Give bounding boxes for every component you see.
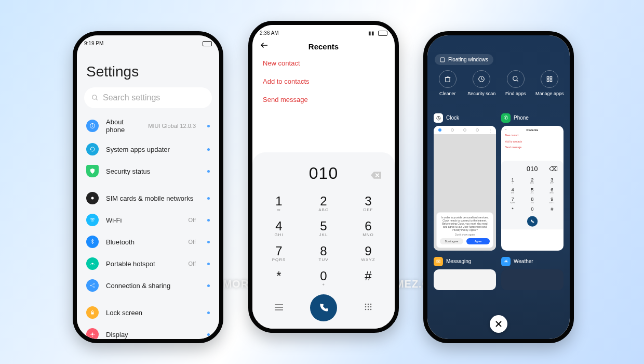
key-2[interactable]: 2ABC bbox=[301, 191, 346, 216]
tool-grid[interactable]: Manage apps bbox=[534, 70, 565, 97]
dialer-link-0[interactable]: New contact bbox=[501, 132, 564, 138]
key-2[interactable]: 2ABC bbox=[522, 176, 542, 186]
settings-list: About phone MIUI Global 12.0.3 System ap… bbox=[77, 113, 219, 339]
notification-dot bbox=[207, 284, 210, 287]
info-icon bbox=[86, 120, 99, 132]
svg-point-31 bbox=[368, 309, 369, 310]
settings-row-shield[interactable]: Security status bbox=[77, 160, 219, 182]
scan-icon bbox=[473, 70, 490, 88]
key-6[interactable]: 6MNO bbox=[542, 186, 562, 196]
menu-button[interactable] bbox=[257, 303, 301, 313]
recent-card-weather[interactable]: ☀ Weather bbox=[501, 257, 564, 290]
shield-icon bbox=[86, 165, 99, 177]
settings-row-lock[interactable]: Lock screen bbox=[77, 302, 219, 323]
phone-app-icon: ✆ bbox=[501, 113, 511, 123]
dialpad: 010 1∞2ABC3DEF4GHI5JKL6MNO7PQRS8TUV9WXYZ… bbox=[252, 152, 395, 329]
key-#[interactable]: # bbox=[542, 205, 562, 215]
phone-dialer: 2:36 AM ▮▮ Recents New contactAdd to con… bbox=[248, 21, 399, 333]
key-7[interactable]: 7PQRS bbox=[257, 241, 301, 266]
backspace-button[interactable] bbox=[371, 164, 381, 183]
bt-icon bbox=[86, 236, 99, 248]
key-0[interactable]: 0+ bbox=[301, 266, 346, 291]
key-1[interactable]: 1∞ bbox=[503, 176, 522, 186]
svg-rect-33 bbox=[440, 58, 445, 62]
dialer-link-0[interactable]: New contact bbox=[252, 54, 395, 72]
recent-card-clock[interactable]: ◷ Clock ⋮ In order to provide personalis… bbox=[434, 113, 496, 251]
search-input[interactable]: Search settings bbox=[84, 87, 212, 108]
key-4[interactable]: 4GHI bbox=[503, 186, 522, 196]
close-all-button[interactable] bbox=[490, 315, 507, 333]
svg-point-28 bbox=[368, 306, 369, 308]
key-9[interactable]: 9WXYZ bbox=[346, 241, 391, 266]
clock-agree-button[interactable]: Agree bbox=[466, 238, 490, 244]
svg-point-13 bbox=[91, 333, 93, 335]
search-icon bbox=[507, 70, 525, 88]
page-title: Settings bbox=[77, 48, 219, 87]
key-*[interactable]: * bbox=[257, 266, 301, 291]
svg-point-24 bbox=[365, 304, 367, 305]
wifi-icon bbox=[86, 214, 99, 226]
sun-icon bbox=[86, 328, 99, 339]
key-9[interactable]: 9WXYZ bbox=[542, 196, 562, 205]
key-3[interactable]: 3DEF bbox=[542, 176, 562, 186]
dialer-link-2[interactable]: Send message bbox=[501, 145, 564, 151]
svg-point-8 bbox=[93, 283, 95, 284]
notification-dot bbox=[207, 170, 210, 173]
status-bar: 2:36 AM ▮▮ bbox=[252, 25, 395, 37]
lock-icon bbox=[86, 306, 99, 319]
status-time: 2:36 AM bbox=[260, 30, 279, 36]
settings-row-sun[interactable]: Display bbox=[77, 323, 219, 339]
key-5[interactable]: 5JKL bbox=[301, 216, 346, 241]
svg-point-26 bbox=[370, 304, 372, 305]
recent-card-phone[interactable]: ✆ Phone ← Recents New contactAdd to cont… bbox=[501, 113, 564, 251]
settings-row-sim[interactable]: SIM cards & mobile networks bbox=[77, 187, 219, 209]
settings-row-share[interactable]: Connection & sharing bbox=[77, 275, 219, 296]
key-1[interactable]: 1∞ bbox=[257, 191, 301, 216]
svg-rect-12 bbox=[91, 313, 94, 315]
settings-row-refresh[interactable]: System apps updater bbox=[77, 138, 219, 160]
recent-card-messaging[interactable]: ✉ Messaging bbox=[434, 257, 496, 290]
svg-rect-42 bbox=[547, 76, 549, 79]
key-*[interactable]: * bbox=[503, 205, 522, 215]
dialed-number: 010 bbox=[309, 164, 338, 183]
svg-point-7 bbox=[90, 285, 91, 286]
svg-point-32 bbox=[370, 309, 372, 310]
dialer-link-2[interactable]: Send message bbox=[252, 90, 395, 109]
key-#[interactable]: # bbox=[346, 266, 391, 291]
key-4[interactable]: 4GHI bbox=[257, 216, 301, 241]
floating-windows-chip[interactable]: Floating windows bbox=[435, 54, 493, 65]
call-button[interactable] bbox=[310, 294, 337, 321]
share-icon bbox=[86, 279, 99, 292]
notification-dot bbox=[207, 241, 210, 243]
settings-row-wifi[interactable]: Wi-Fi Off bbox=[77, 209, 219, 231]
tool-trash[interactable]: Cleaner bbox=[432, 70, 463, 97]
tool-search[interactable]: Find apps bbox=[500, 70, 531, 97]
battery-icon bbox=[377, 30, 387, 35]
key-7[interactable]: 7PQRS bbox=[503, 196, 522, 205]
svg-line-39 bbox=[481, 79, 482, 80]
hotspot-icon bbox=[86, 257, 99, 270]
dialpad-toggle-button[interactable] bbox=[346, 303, 391, 313]
tool-scan[interactable]: Security scan bbox=[466, 70, 497, 97]
svg-point-0 bbox=[92, 95, 97, 99]
weather-app-icon: ☀ bbox=[501, 257, 511, 266]
notification-dot bbox=[207, 333, 210, 336]
notification-dot bbox=[207, 263, 210, 265]
key-8[interactable]: 8TUV bbox=[301, 241, 346, 266]
dialer-link-1[interactable]: Add to contacts bbox=[501, 138, 564, 145]
settings-row-hotspot[interactable]: Portable hotspot Off bbox=[77, 253, 219, 275]
settings-row-bt[interactable]: Bluetooth Off bbox=[77, 231, 219, 253]
recents-title: Recents bbox=[260, 42, 387, 51]
settings-row-info[interactable]: About phone MIUI Global 12.0.3 bbox=[77, 113, 219, 138]
dialer-link-1[interactable]: Add to contacts bbox=[252, 72, 395, 90]
svg-rect-34 bbox=[446, 77, 450, 82]
key-8[interactable]: 8TUV bbox=[522, 196, 542, 205]
key-6[interactable]: 6MNO bbox=[346, 216, 391, 241]
grid-icon bbox=[541, 70, 558, 88]
clock-app-icon: ◷ bbox=[434, 113, 443, 123]
key-0[interactable]: 0+ bbox=[522, 205, 542, 215]
key-5[interactable]: 5JKL bbox=[522, 186, 542, 196]
svg-line-11 bbox=[91, 286, 93, 287]
clock-disagree-button[interactable]: Don't agree bbox=[440, 238, 463, 244]
key-3[interactable]: 3DEF bbox=[346, 191, 391, 216]
